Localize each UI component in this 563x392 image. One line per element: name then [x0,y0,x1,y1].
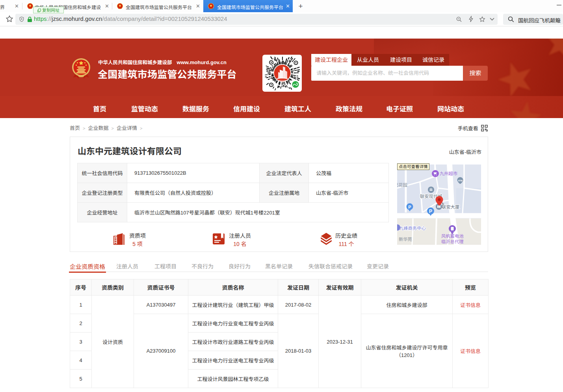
svg-text:全国建筑市场监管公共: 全国建筑市场监管公共 [276,80,289,81]
svg-text:P: P [429,209,432,214]
svg-text:九州超市: 九州超市 [440,170,457,176]
svg-text:P: P [408,205,411,209]
svg-text:己花园: 己花园 [397,181,407,188]
svg-text:临沂总代理: 临沂总代理 [441,238,464,244]
svg-text:联安大厦: 联安大厦 [442,203,459,210]
svg-text:新华苑: 新华苑 [399,236,412,242]
svg-text:ATM: ATM [458,179,463,182]
svg-text:服务平台: 服务平台 [280,81,284,83]
svg-text:九峰商务中心: 九峰商务中心 [399,225,426,231]
